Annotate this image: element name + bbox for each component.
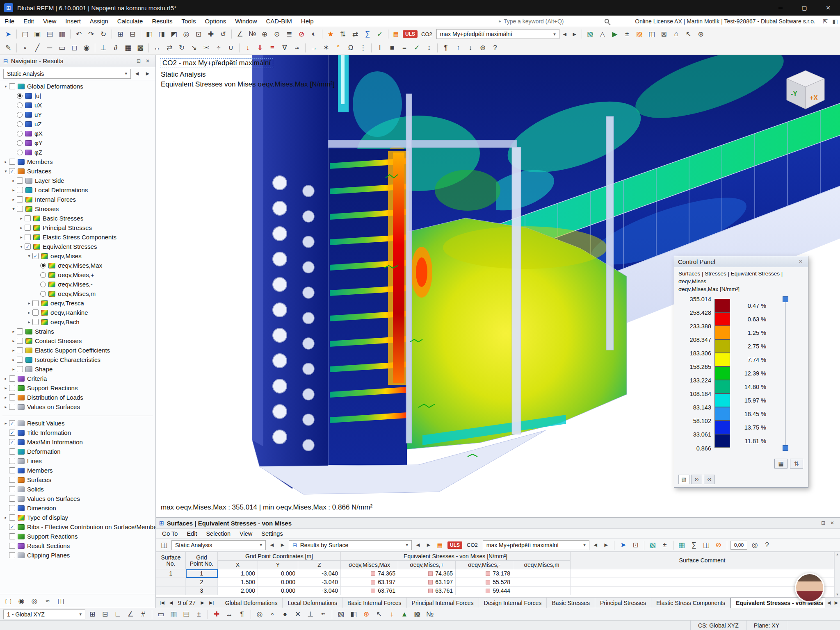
checkbox[interactable] <box>9 458 15 464</box>
next-button[interactable]: ▶ <box>278 541 287 550</box>
scale-color-block[interactable] <box>714 380 730 393</box>
table-search-table-icon[interactable]: ◎ <box>749 539 760 550</box>
zoom-window-icon[interactable]: ⊡ <box>193 29 204 40</box>
tree-item-layer-side[interactable]: ▸Layer Side <box>0 176 155 185</box>
display-layers-icon[interactable]: ≣ <box>283 29 295 40</box>
optimization-icon[interactable]: ↕ <box>423 42 435 53</box>
cube-face-plus-x[interactable]: +X <box>810 94 818 101</box>
cell-stress[interactable] <box>513 578 571 587</box>
checkbox[interactable]: ✓ <box>25 243 31 250</box>
expander-icon[interactable]: ▸ <box>10 339 17 343</box>
checkbox[interactable] <box>9 385 15 391</box>
tree-item-uz[interactable]: uZ <box>0 119 155 129</box>
previous-page-button[interactable]: ◀ <box>167 600 176 605</box>
render-transparent-icon[interactable]: ◨ <box>156 29 167 40</box>
table-export-excel-icon[interactable]: ▦ <box>676 539 687 550</box>
mesh-refinement-icon[interactable]: ▩ <box>135 42 146 53</box>
checkbox[interactable] <box>17 366 23 372</box>
tree-item-y[interactable]: φY <box>0 138 155 148</box>
cell-coordinate[interactable]: 0.000 <box>258 578 298 587</box>
cell-stress[interactable]: 73.178 <box>456 569 513 578</box>
menu-insert[interactable]: Insert <box>61 16 85 27</box>
search-input[interactable] <box>504 18 602 25</box>
first-page-button[interactable]: |◀ <box>158 600 167 605</box>
expander-icon[interactable]: ▸ <box>10 178 17 183</box>
work-plane-xz-icon[interactable]: ▥ <box>168 609 179 620</box>
tree-item-surfaces[interactable]: Surfaces <box>0 475 155 484</box>
checkbox[interactable]: ✓ <box>9 168 15 174</box>
show-axes-icon[interactable]: ↖ <box>373 609 385 620</box>
menu-window[interactable]: Window <box>231 16 261 27</box>
data-tables-icon[interactable]: ⊞ <box>114 29 126 40</box>
results-loading-combo[interactable]: max My+předpětí maximální ▾ <box>483 540 589 550</box>
tree-item-eqv-mises[interactable]: σeqv,Mises,+ <box>0 270 155 280</box>
expander-icon[interactable]: ▸ <box>2 405 9 409</box>
tree-item-ux[interactable]: uX <box>0 100 155 110</box>
select-icon[interactable]: ➤ <box>2 29 14 40</box>
results-tab-elastic-stress-components[interactable]: Elastic Stress Components <box>651 598 730 608</box>
tree-item-ribs-effective-contribution-on-surface-member[interactable]: ✓Ribs - Effective Contribution on Surfac… <box>0 522 155 532</box>
cell-grid-point-no[interactable]: 1 <box>186 569 218 578</box>
tree-item-members[interactable]: ▸Members <box>0 157 155 166</box>
scale-color-block[interactable] <box>714 407 730 421</box>
support-contact-avatar[interactable] <box>795 573 824 603</box>
cell-coordinate[interactable]: 1.500 <box>218 578 258 587</box>
table-row[interactable]: 32.0000.000-3.04063.76163.76159.444 <box>156 587 834 595</box>
scale-color-block[interactable] <box>714 339 730 353</box>
cell-surface-no[interactable]: 1 <box>156 569 186 578</box>
redo-icon[interactable]: ↷ <box>85 29 97 40</box>
checkbox[interactable] <box>25 234 31 240</box>
new-hinge-icon[interactable]: ∂ <box>110 42 121 53</box>
checkbox[interactable] <box>9 467 15 473</box>
cell-coordinate[interactable]: -3.040 <box>298 587 341 595</box>
tree-item-values-on-surfaces[interactable]: Values on Surfaces <box>0 494 155 503</box>
rotate-view-icon[interactable]: ↺ <box>217 29 229 40</box>
printout-report-icon[interactable]: ⊟ <box>127 29 138 40</box>
generate-mesh-icon[interactable]: ▦ <box>122 42 134 53</box>
numbering-icon[interactable]: № <box>247 29 258 40</box>
table-show-values-icon[interactable]: ± <box>659 539 671 550</box>
show-loads-icon[interactable]: ↓ <box>386 609 397 620</box>
new-surface-icon[interactable]: ▭ <box>56 42 68 53</box>
expander-icon[interactable]: ▸ <box>10 197 17 202</box>
checkbox[interactable] <box>9 533 15 539</box>
results-tab-local-deformations[interactable]: Local Deformations <box>283 598 342 608</box>
free-load-icon[interactable]: ∇ <box>279 42 290 53</box>
show-mesh-icon[interactable]: ▩ <box>411 609 423 620</box>
results-mode-combo[interactable]: ⊟ Results by Surface ▾ <box>289 540 412 550</box>
nodal-load-icon[interactable]: ↓ <box>242 42 253 53</box>
cube-face-minus-y[interactable]: -Y <box>791 90 797 97</box>
checkbox[interactable]: ✓ <box>9 430 15 436</box>
expander-icon[interactable]: ▸ <box>18 216 25 221</box>
checkbox[interactable] <box>9 505 15 511</box>
checkbox[interactable] <box>17 187 23 193</box>
scale-objects-icon[interactable]: ↘ <box>188 42 200 53</box>
expander-icon[interactable]: ▾ <box>10 207 17 211</box>
expander-icon[interactable]: ▾ <box>26 254 32 258</box>
tree-item-lines[interactable]: Lines <box>0 456 155 466</box>
tab-scroll-right[interactable]: ▶ <box>833 600 840 605</box>
table-table-help-icon[interactable]: ? <box>761 539 773 550</box>
checkbox[interactable]: ✓ <box>9 439 15 445</box>
checkbox[interactable] <box>9 496 15 502</box>
results-tab-principal-stresses[interactable]: Principal Stresses <box>595 598 651 608</box>
scale-top-handle[interactable] <box>783 296 788 302</box>
cell-stress[interactable] <box>513 587 571 595</box>
settings-icon[interactable]: ⊛ <box>695 29 707 40</box>
tree-item-support-reactions[interactable]: ▸Support Reactions <box>0 383 155 393</box>
cell-stress[interactable]: 74.365 <box>398 569 456 578</box>
snap-points-icon[interactable]: ⊕ <box>259 29 270 40</box>
tree-item-dimension[interactable]: Dimension <box>0 503 155 513</box>
tree-item-global-deformations[interactable]: ▾Global Deformations <box>0 82 155 91</box>
result-diagrams-navigator-icon[interactable]: ≈ <box>42 596 53 607</box>
snap-endpoint-icon[interactable]: ● <box>279 609 291 620</box>
checkbox[interactable] <box>9 83 15 89</box>
results-menu-selection[interactable]: Selection <box>201 530 235 537</box>
checkbox[interactable] <box>32 309 39 316</box>
results-tab-global-deformations[interactable]: Global Deformations <box>220 598 283 608</box>
checkbox[interactable] <box>9 552 15 558</box>
checkbox[interactable] <box>9 543 15 549</box>
load-combinations-icon[interactable]: ⇄ <box>349 29 361 40</box>
result-values-icon[interactable]: ± <box>621 29 633 40</box>
tree-item-type-of-display[interactable]: ▸Type of display <box>0 513 155 522</box>
